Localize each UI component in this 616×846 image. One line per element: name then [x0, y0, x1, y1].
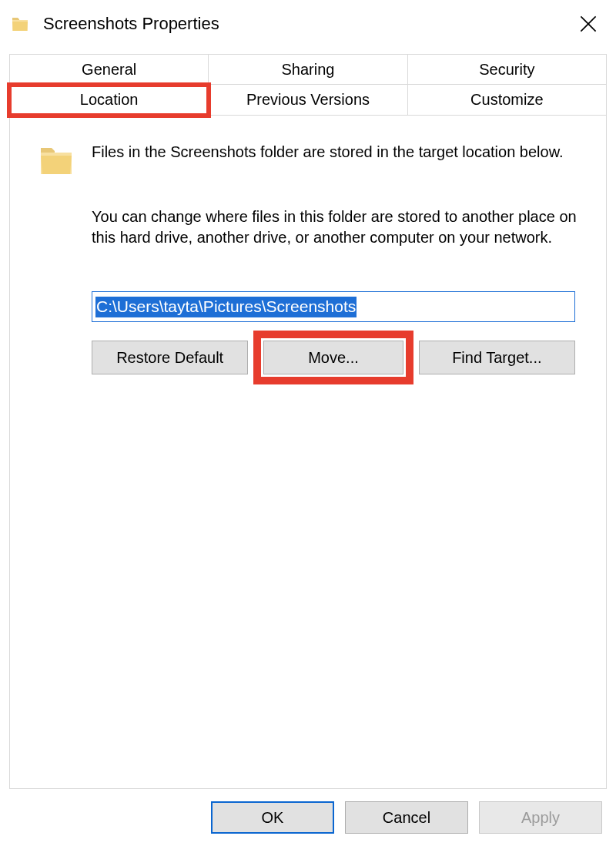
tab-label: Location	[80, 91, 139, 109]
button-label: Find Target...	[452, 349, 541, 367]
tab-customize[interactable]: Customize	[408, 85, 607, 116]
location-path-value: C:\Users\tayta\Pictures\Screenshots	[95, 297, 357, 317]
tab-label: General	[82, 61, 136, 79]
close-icon	[580, 15, 597, 32]
tab-label: Previous Versions	[246, 91, 370, 109]
tab-sharing[interactable]: Sharing	[209, 54, 407, 85]
dialog-footer: OK Cancel Apply	[0, 789, 616, 846]
path-field-wrap: C:\Users\tayta\Pictures\Screenshots	[92, 291, 575, 322]
button-label: Apply	[521, 809, 560, 827]
restore-default-button[interactable]: Restore Default	[92, 341, 248, 374]
find-target-button[interactable]: Find Target...	[419, 341, 575, 374]
tab-general[interactable]: General	[9, 54, 209, 85]
cancel-button[interactable]: Cancel	[345, 801, 468, 834]
description-text: You can change where files in this folde…	[92, 206, 578, 248]
location-buttons-row: Restore Default Move... Find Target...	[92, 341, 575, 374]
button-label: OK	[262, 809, 284, 827]
move-button-highlight: Move...	[263, 341, 403, 374]
button-label: Restore Default	[116, 349, 223, 367]
tab-content-location: Files in the Screenshots folder are stor…	[9, 116, 607, 789]
tab-label: Customize	[470, 91, 543, 109]
intro-text: Files in the Screenshots folder are stor…	[92, 142, 564, 163]
titlebar: Screenshots Properties	[0, 0, 616, 48]
apply-button[interactable]: Apply	[479, 801, 602, 834]
tab-security[interactable]: Security	[408, 54, 607, 85]
dialog-body: General Sharing Security Location Previo…	[0, 48, 616, 789]
tab-location[interactable]: Location	[9, 85, 209, 116]
button-label: Move...	[308, 349, 359, 367]
tab-label: Security	[479, 61, 534, 79]
location-path-input[interactable]: C:\Users\tayta\Pictures\Screenshots	[92, 291, 575, 322]
ok-button[interactable]: OK	[211, 801, 334, 834]
tabs-row-2: Location Previous Versions Customize	[9, 85, 607, 116]
folder-icon	[11, 15, 29, 33]
button-label: Cancel	[383, 809, 430, 827]
tab-label: Sharing	[282, 61, 335, 79]
tab-previous-versions[interactable]: Previous Versions	[209, 85, 407, 116]
move-button[interactable]: Move...	[263, 341, 403, 374]
folder-icon	[38, 142, 75, 179]
tabs-row-1: General Sharing Security	[9, 54, 607, 85]
intro-row: Files in the Screenshots folder are stor…	[38, 142, 578, 179]
window-title: Screenshots Properties	[43, 14, 219, 34]
close-button[interactable]	[565, 5, 611, 42]
